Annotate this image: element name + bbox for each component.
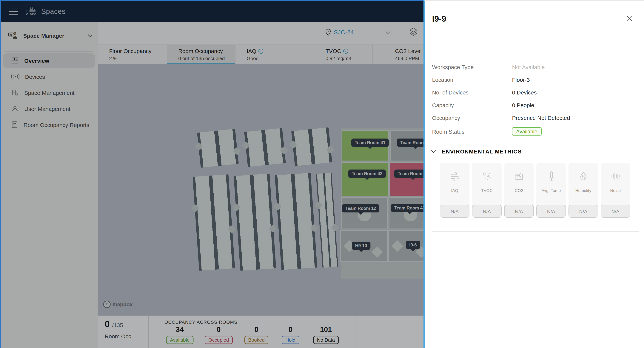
chevron-down-icon — [430, 150, 436, 153]
main-content: SJC-24 Floor Occupancy 2 % — [98, 22, 424, 348]
tab-label: TVOC — [326, 48, 341, 54]
map-layers-button[interactable] — [409, 27, 418, 38]
layers-icon — [409, 27, 418, 37]
building-gear-icon — [11, 89, 19, 96]
room-occ-label: Room Occ. — [105, 333, 133, 340]
divider — [356, 316, 357, 348]
tab-tvoc[interactable]: TVOC 0.92 mg/m3 — [303, 45, 372, 65]
stat-available: 34 Available — [166, 326, 193, 344]
floorplan-icon — [11, 57, 19, 64]
sidebar-item-label: Overview — [24, 57, 49, 64]
metric-value: N/A — [601, 205, 630, 218]
metric-value: N/A — [472, 205, 502, 218]
close-button[interactable] — [625, 14, 634, 22]
stat-booked: 0 Booked — [244, 326, 268, 344]
map-label-team-room-41[interactable]: Team Room 41 — [351, 139, 389, 147]
cisco-logo-bars — [26, 7, 36, 11]
close-icon — [625, 14, 634, 22]
map-label-team-room-44[interactable]: Team Room 44 — [394, 170, 424, 178]
co2-factory-icon — [514, 171, 524, 181]
desk-pod[interactable] — [244, 128, 286, 167]
map-label-team-room-45[interactable]: Team Room 45 — [397, 139, 424, 147]
tab-room-occupancy[interactable]: Room Occupancy 0 out of 135 occupied — [167, 45, 235, 65]
map-label-team-room-42[interactable]: Team Room 42 — [348, 170, 386, 178]
map-label-h9-10[interactable]: H9-10 — [352, 242, 370, 250]
map-label-team-room-43[interactable]: Team Room 43 — [391, 204, 424, 212]
info-icon[interactable] — [343, 48, 348, 53]
detail-label: Location — [432, 76, 512, 83]
sidebar-item-label: Room Occupancy Reports — [24, 122, 89, 128]
metric-card-tvoc: TVOC N/A — [472, 163, 502, 218]
environmental-metrics-toggle[interactable]: ENVIRONMENTAL METRICS — [430, 148, 522, 155]
tab-value: Good — [247, 56, 303, 61]
desk-pod[interactable] — [275, 173, 317, 270]
metric-card-avg-temp: Avg. Temp N/A — [536, 163, 566, 218]
sidebar-divider — [4, 51, 94, 51]
location-selector[interactable]: SJC-24 — [325, 29, 391, 36]
sidebar-item-room-occupancy-reports[interactable]: Room Occupancy Reports — [3, 118, 95, 132]
detail-value: Not Available — [512, 64, 545, 70]
space-manager-icon — [8, 31, 18, 40]
detail-row-workspace-type: Workspace Type Not Available — [432, 60, 634, 73]
room-team-room-43[interactable] — [389, 197, 424, 229]
tab-label: Floor Occupancy — [109, 48, 167, 54]
metric-tabs: Floor Occupancy 2 % Room Occupancy 0 out… — [98, 44, 424, 65]
tab-co2-level[interactable]: CO2 Level 469.0 PPM — [372, 45, 424, 65]
cisco-spaces-app: cisco Spaces Space Manager — [0, 0, 644, 348]
panel-title: I9-9 — [432, 14, 446, 24]
sidebar-item-user-management[interactable]: User Management — [3, 102, 95, 116]
desk-pod[interactable] — [197, 129, 239, 168]
detail-value: Presence Not Detected — [512, 114, 570, 121]
desk-pod[interactable] — [316, 173, 338, 268]
app-title: Spaces — [41, 7, 66, 16]
tab-iaq[interactable]: IAQ Good — [235, 45, 303, 65]
stat-value: 0 — [205, 326, 233, 334]
report-document-icon — [11, 121, 18, 128]
sidebar-item-label: Space Management — [24, 89, 74, 96]
tab-value: 0 out of 135 occupied — [178, 56, 235, 61]
floor-map[interactable]: Team Room 41 Team Room 45 Team Room 42 T… — [98, 64, 424, 316]
map-label-team-room-12[interactable]: Team Room 12 — [342, 204, 379, 212]
divider — [425, 52, 644, 52]
hamburger-menu-icon[interactable] — [9, 7, 18, 16]
noise-waveform-icon — [610, 171, 621, 181]
detail-value: Floor-3 — [512, 76, 530, 83]
user-icon — [11, 105, 19, 112]
info-icon[interactable] — [258, 48, 264, 53]
workspace-switcher[interactable]: Space Manager — [8, 31, 93, 40]
occupancy-summary-bar: 0 /135 Room Occ. OCCUPANCY ACROSS ROOMS … — [98, 316, 424, 348]
tab-value: 469.0 PPM — [395, 56, 424, 61]
room-detail-panel: I9-9 Workspace Type Not Available Locati… — [424, 0, 644, 348]
mapbox-logo-icon: ✦ — [103, 301, 111, 308]
room-status-badge: Available — [512, 127, 542, 136]
tab-label: CO2 Level — [395, 48, 424, 54]
room-team-room-12[interactable] — [341, 197, 388, 229]
detail-label: Workspace Type — [432, 64, 512, 70]
iaq-wind-icon — [450, 171, 460, 181]
stat-value: 0 — [282, 326, 299, 334]
desk-pod[interactable] — [291, 127, 332, 166]
metric-card-co2: CO2 N/A — [504, 163, 534, 218]
map-label-i9-6[interactable]: I9-6 — [406, 241, 420, 249]
stat-value: 0 — [244, 326, 268, 334]
stat-value: 34 — [166, 326, 193, 334]
desk-pod[interactable] — [193, 174, 235, 271]
metric-label: IAQ — [451, 188, 458, 193]
sidebar-item-devices[interactable]: Devices — [3, 69, 95, 84]
sidebar-item-overview[interactable]: Overview — [3, 53, 95, 68]
map-toolbar: SJC-24 — [98, 22, 424, 44]
detail-label: No. of Devices — [432, 89, 512, 95]
metric-card-iaq: IAQ N/A — [440, 163, 470, 218]
stat-hold: 0 Hold — [282, 326, 299, 344]
status-badge-occupied: Occupied — [205, 336, 233, 344]
detail-row-location: Location Floor-3 — [432, 73, 634, 86]
sidebar-item-label: Devices — [25, 73, 45, 80]
desk-pod[interactable] — [234, 174, 276, 271]
room-team-room-44[interactable] — [390, 162, 424, 196]
tab-floor-occupancy[interactable]: Floor Occupancy 2 % — [98, 45, 167, 65]
focus-edge-left — [0, 0, 1, 348]
sidebar-item-space-management[interactable]: Space Management — [3, 85, 95, 100]
metric-label: TVOC — [481, 188, 492, 193]
main-workspace: cisco Spaces Space Manager — [0, 0, 424, 348]
detail-value: 0 People — [512, 102, 534, 108]
